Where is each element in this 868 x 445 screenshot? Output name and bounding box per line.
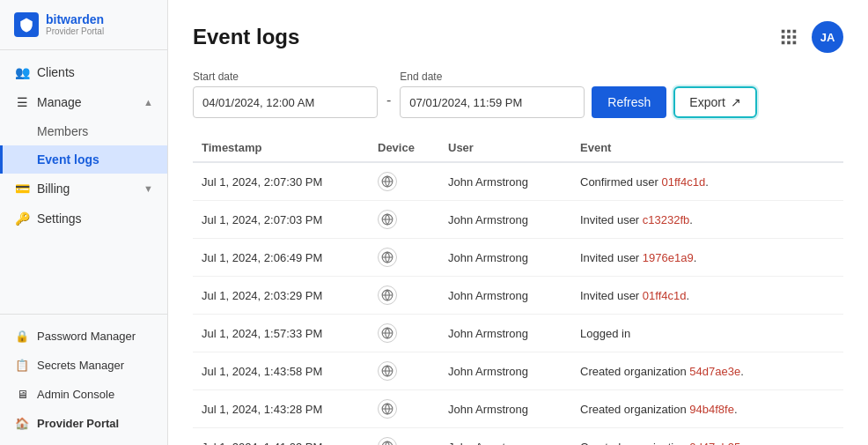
date-separator: - <box>386 80 391 108</box>
cell-user: John Armstrong <box>439 352 571 390</box>
end-date-label: End date <box>400 70 585 83</box>
secrets-manager-icon: 📋 <box>14 359 30 372</box>
settings-label: Settings <box>37 211 82 226</box>
cell-user: John Armstrong <box>439 201 571 239</box>
cell-event: Created organization 94b4f8fe. <box>571 390 843 428</box>
cell-event: Created organization 54d7ae3e. <box>571 352 843 390</box>
billing-icon: 💳 <box>14 182 30 196</box>
event-link[interactable]: 01ff4c1d <box>661 175 705 189</box>
col-header-event: Event <box>571 134 843 162</box>
cell-event: Logged in <box>571 315 843 352</box>
cell-user: John Armstrong <box>439 428 571 446</box>
cell-device <box>369 428 439 446</box>
password-manager-label: Password Manager <box>37 330 136 343</box>
device-icon <box>378 248 397 267</box>
cell-device <box>369 239 439 277</box>
device-icon <box>378 172 397 191</box>
sidebar-item-members[interactable]: Members <box>0 117 167 145</box>
cell-device <box>369 315 439 352</box>
cell-event: Invited user c13232fb. <box>571 201 843 239</box>
table-row: Jul 1, 2024, 1:43:58 PMJohn ArmstrongCre… <box>193 352 843 390</box>
cell-user: John Armstrong <box>439 277 571 315</box>
sidebar-item-event-logs[interactable]: Event logs <box>0 145 167 174</box>
device-icon <box>378 437 397 445</box>
col-header-user: User <box>439 134 571 162</box>
cell-timestamp: Jul 1, 2024, 1:43:28 PM <box>193 390 369 428</box>
grid-icon[interactable] <box>775 23 803 51</box>
svg-rect-6 <box>782 41 785 45</box>
svg-rect-4 <box>787 35 791 39</box>
logo-sub: Provider Portal <box>46 26 104 36</box>
table-row: Jul 1, 2024, 1:41:03 PMJohn ArmstrongCre… <box>193 428 843 446</box>
sidebar: bitwarden Provider Portal 👥 Clients ☰ Ma… <box>0 0 168 445</box>
provider-portal-label: Provider Portal <box>37 417 119 430</box>
cell-timestamp: Jul 1, 2024, 1:57:33 PM <box>193 315 369 352</box>
cell-timestamp: Jul 1, 2024, 2:07:03 PM <box>193 201 369 239</box>
device-icon <box>378 361 397 381</box>
end-date-input[interactable] <box>400 86 585 118</box>
cell-event: Confirmed user 01ff4c1d. <box>571 162 843 201</box>
cell-timestamp: Jul 1, 2024, 2:03:29 PM <box>193 277 369 315</box>
event-link[interactable]: 94b4f8fe <box>689 403 734 416</box>
svg-rect-3 <box>782 35 785 39</box>
table-row: Jul 1, 2024, 1:57:33 PMJohn ArmstrongLog… <box>193 315 843 352</box>
cell-device <box>369 390 439 428</box>
event-link[interactable]: 0d47eb35 <box>689 441 740 446</box>
cell-device <box>369 201 439 239</box>
settings-icon: 🔑 <box>14 211 30 226</box>
export-button[interactable]: Export ↗ <box>673 86 756 118</box>
cell-timestamp: Jul 1, 2024, 2:06:49 PM <box>193 239 369 277</box>
clients-icon: 👥 <box>14 65 30 79</box>
table-body: Jul 1, 2024, 2:07:30 PMJohn ArmstrongCon… <box>193 162 843 445</box>
cell-timestamp: Jul 1, 2024, 2:07:30 PM <box>193 162 369 201</box>
sidebar-item-provider-portal[interactable]: 🏠 Provider Portal <box>0 409 167 438</box>
secrets-manager-label: Secrets Manager <box>37 359 124 372</box>
table-row: Jul 1, 2024, 2:03:29 PMJohn ArmstrongInv… <box>193 277 843 315</box>
cell-event: Invited user 01ff4c1d. <box>571 277 843 315</box>
sidebar-item-admin-console[interactable]: 🖥 Admin Console <box>0 380 167 409</box>
cell-timestamp: Jul 1, 2024, 1:43:58 PM <box>193 352 369 390</box>
cell-device <box>369 352 439 390</box>
svg-rect-7 <box>787 41 791 45</box>
logo[interactable]: bitwarden Provider Portal <box>0 0 167 50</box>
logo-name: bitwarden <box>46 13 104 26</box>
cell-user: John Armstrong <box>439 315 571 352</box>
start-date-input[interactable] <box>193 86 378 118</box>
clients-label: Clients <box>37 65 75 79</box>
col-header-timestamp: Timestamp <box>193 134 369 162</box>
filters: Start date - End date Refresh Export ↗ <box>193 70 843 118</box>
logo-text: bitwarden Provider Portal <box>46 13 104 36</box>
event-link[interactable]: c13232fb <box>643 213 690 226</box>
cell-device <box>369 277 439 315</box>
cell-event: Created organization 0d47eb35. <box>571 428 843 446</box>
avatar[interactable]: JA <box>812 21 843 53</box>
event-link[interactable]: 01ff4c1d <box>643 289 687 302</box>
sidebar-item-clients[interactable]: 👥 Clients <box>0 57 167 87</box>
sidebar-item-settings[interactable]: 🔑 Settings <box>0 204 167 234</box>
svg-rect-0 <box>782 30 785 33</box>
export-icon: ↗ <box>731 95 741 109</box>
export-label: Export <box>689 95 725 109</box>
cell-user: John Armstrong <box>439 239 571 277</box>
cell-event: Invited user 1976e1a9. <box>571 239 843 277</box>
table-row: Jul 1, 2024, 2:07:03 PMJohn ArmstrongInv… <box>193 201 843 239</box>
logo-icon <box>14 12 39 37</box>
start-date-group: Start date <box>193 70 378 118</box>
end-date-group: End date <box>400 70 585 118</box>
event-table: Timestamp Device User Event Jul 1, 2024,… <box>193 134 843 445</box>
manage-icon: ☰ <box>14 95 30 109</box>
sidebar-item-manage[interactable]: ☰ Manage ▲ <box>0 87 167 117</box>
password-manager-icon: 🔒 <box>14 330 30 343</box>
table-row: Jul 1, 2024, 2:06:49 PMJohn ArmstrongInv… <box>193 239 843 277</box>
cell-timestamp: Jul 1, 2024, 1:41:03 PM <box>193 428 369 446</box>
sidebar-item-secrets-manager[interactable]: 📋 Secrets Manager <box>0 351 167 380</box>
sidebar-item-billing[interactable]: 💳 Billing ▼ <box>0 174 167 204</box>
members-label: Members <box>37 124 88 138</box>
event-link[interactable]: 54d7ae3e <box>689 365 740 378</box>
device-icon <box>378 286 397 305</box>
manage-chevron: ▲ <box>143 97 153 108</box>
event-link[interactable]: 1976e1a9 <box>643 251 694 264</box>
sidebar-item-password-manager[interactable]: 🔒 Password Manager <box>0 322 167 351</box>
header-right: JA <box>775 21 843 53</box>
refresh-button[interactable]: Refresh <box>592 86 666 118</box>
